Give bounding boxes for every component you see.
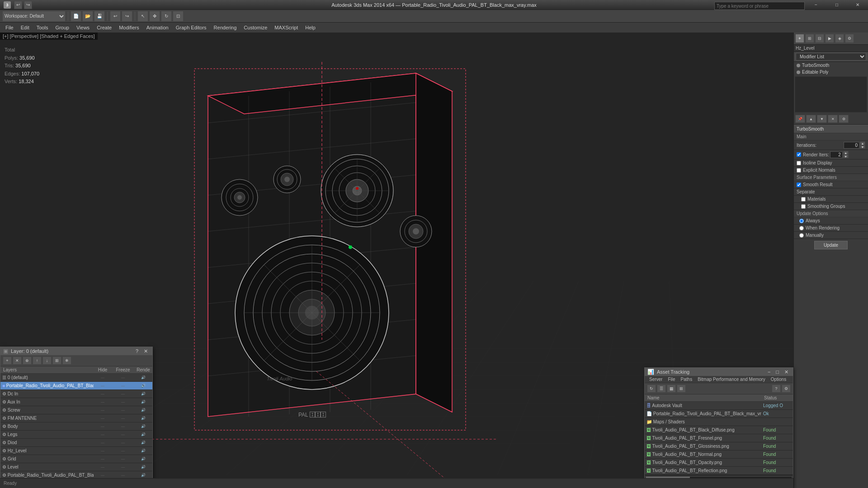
layers-delete-btn[interactable]: ✕ bbox=[13, 357, 22, 365]
move-btn[interactable]: ✥ bbox=[149, 11, 160, 22]
iterations-spinner[interactable]: ▲ ▼ bbox=[860, 141, 865, 149]
asset-row-reflection[interactable]: 🖼 Tivoli_Audio_PAL_BT_Reflection.png Fou… bbox=[645, 467, 793, 475]
asset-row-normal[interactable]: 🖼 Tivoli_Audio_PAL_BT_Normal.png Found bbox=[645, 450, 793, 459]
asset-row-fresnel[interactable]: 🖼 Tivoli_Audio_PAL_BT_Fresnel.png Found bbox=[645, 434, 793, 442]
search-input[interactable] bbox=[717, 4, 802, 9]
iterations-up[interactable]: ▲ bbox=[860, 141, 865, 145]
modifier-turbosmooth[interactable]: TurboSmooth bbox=[794, 62, 868, 69]
asset-help-btn[interactable]: ? bbox=[772, 385, 781, 393]
asset-row-opacity[interactable]: 🖼 Tivoli_Audio_PAL_BT_Opacity.png Found bbox=[645, 459, 793, 467]
panel-pin-btn[interactable]: 📌 bbox=[795, 115, 805, 123]
asset-row-maps[interactable]: 📁 Maps / Shaders bbox=[645, 418, 793, 426]
asset-refresh-btn[interactable]: ↻ bbox=[647, 385, 656, 393]
layer-row-body[interactable]: ⚙ Body — — 🔊 bbox=[0, 422, 152, 431]
asset-menu-options[interactable]: Options bbox=[768, 376, 789, 382]
panel-config-btn[interactable]: ⚙ bbox=[839, 115, 849, 123]
update-btn[interactable]: Update bbox=[814, 241, 848, 249]
asset-grid-btn[interactable]: ⊞ bbox=[677, 385, 686, 393]
smoothing-groups-check[interactable] bbox=[801, 204, 806, 209]
render-iters-input[interactable] bbox=[830, 151, 843, 158]
always-radio[interactable] bbox=[799, 219, 804, 223]
menu-help[interactable]: Help bbox=[302, 24, 319, 31]
asset-row-diffuse[interactable]: 🖼 Tivoli_Audio_PAL_BT_Black_Diffuse.png … bbox=[645, 426, 793, 434]
asset-row-glossiness[interactable]: 🖼 Tivoli_Audio_PAL_BT_Glossiness.png Fou… bbox=[645, 442, 793, 450]
layer-row-screw[interactable]: ⚙ Screw — — 🔊 bbox=[0, 406, 152, 414]
panel-utilities-icon[interactable]: ⚙ bbox=[845, 34, 854, 43]
asset-menu-file[interactable]: File bbox=[665, 376, 678, 382]
scale-btn[interactable]: ⊡ bbox=[173, 11, 184, 22]
render-iters-spinner[interactable]: ▲ ▼ bbox=[843, 151, 849, 158]
panel-move-up-btn[interactable]: ▲ bbox=[806, 115, 816, 123]
when-rendering-radio[interactable] bbox=[799, 226, 804, 230]
panel-remove-btn[interactable]: ✕ bbox=[828, 115, 838, 123]
minimize-btn[interactable]: − bbox=[806, 0, 826, 10]
layer-row-portable-radio[interactable]: ■ Portable_Radio_Tivoli_Audio_PAL_BT_Bla… bbox=[0, 382, 152, 390]
panel-create-icon[interactable]: ✦ bbox=[795, 34, 804, 43]
layers-add-btn[interactable]: ⊕ bbox=[23, 357, 32, 365]
menu-customize[interactable]: Customize bbox=[240, 24, 271, 31]
redo-btn[interactable]: ↪ bbox=[24, 1, 32, 9]
select-btn[interactable]: ↖ bbox=[137, 11, 148, 22]
menu-animation[interactable]: Animation bbox=[143, 24, 172, 31]
layer-row-legs[interactable]: ⚙ Legs — — 🔊 bbox=[0, 431, 152, 439]
iterations-input[interactable] bbox=[844, 142, 859, 149]
menu-rendering[interactable]: Rendering bbox=[210, 24, 241, 31]
layers-new-btn[interactable]: + bbox=[3, 357, 12, 365]
layers-merge-btn[interactable]: ⊞ bbox=[52, 357, 61, 365]
layer-row-hzlevel[interactable]: ⚙ Hz_Level — — 🔊 bbox=[0, 447, 152, 455]
layer-row-diod[interactable]: ⚙ Diod — — 🔊 bbox=[0, 439, 152, 447]
menu-group[interactable]: Group bbox=[52, 24, 73, 31]
layers-down-btn[interactable]: ↓ bbox=[42, 357, 52, 365]
new-btn[interactable]: 📄 bbox=[71, 11, 81, 22]
materials-check[interactable] bbox=[801, 197, 806, 202]
asset-detail-btn[interactable]: ▦ bbox=[667, 385, 676, 393]
asset-list-btn[interactable]: ☰ bbox=[657, 385, 666, 393]
panel-modify-icon[interactable]: ⊞ bbox=[805, 34, 814, 43]
redo-main-btn[interactable]: ↪ bbox=[122, 11, 132, 22]
asset-maximize-btn[interactable]: □ bbox=[774, 369, 781, 375]
asset-close-btn[interactable]: ✕ bbox=[783, 369, 790, 375]
modifier-list-dropdown[interactable]: Modifier List bbox=[796, 53, 866, 61]
panel-hierarchy-icon[interactable]: ⊟ bbox=[815, 34, 824, 43]
layers-close-btn[interactable]: ✕ bbox=[142, 348, 150, 354]
menu-tools[interactable]: Tools bbox=[33, 24, 52, 31]
asset-row-file[interactable]: 📄 Portable_Radio_Tivoli_Audio_PAL_BT_Bla… bbox=[645, 410, 793, 418]
layer-row-auxin[interactable]: ⚙ Aux In — — 🔊 bbox=[0, 398, 152, 406]
modifier-editable-poly[interactable]: Editable Poly bbox=[794, 69, 868, 75]
undo-btn[interactable]: ↩ bbox=[14, 1, 22, 9]
menu-graph-editors[interactable]: Graph Editors bbox=[172, 24, 210, 31]
menu-create[interactable]: Create bbox=[93, 24, 115, 31]
asset-row-vault[interactable]: 🗄 Autodesk Vault Logged O bbox=[645, 402, 793, 410]
asset-menu-server[interactable]: Server bbox=[646, 376, 665, 382]
asset-menu-bitmap[interactable]: Bitmap Performance and Memory bbox=[695, 376, 768, 382]
maximize-btn[interactable]: □ bbox=[826, 0, 847, 10]
layer-row-default[interactable]: ☰ 0 (default) — — 🔊 bbox=[0, 374, 152, 382]
layer-row-grid[interactable]: ⚙ Grid — — 🔊 bbox=[0, 455, 152, 463]
layer-row-fmantenne[interactable]: ⚙ FM ANTENNE — — 🔊 bbox=[0, 414, 152, 422]
close-btn[interactable]: ✕ bbox=[847, 0, 868, 10]
open-btn[interactable]: 📂 bbox=[82, 11, 93, 22]
menu-modifiers[interactable]: Modifiers bbox=[115, 24, 143, 31]
asset-minimize-btn[interactable]: − bbox=[766, 369, 772, 375]
asset-config-btn[interactable]: ⚙ bbox=[782, 385, 791, 393]
workspace-dropdown[interactable]: Workspace: Default bbox=[2, 11, 66, 22]
menu-file[interactable]: File bbox=[2, 24, 17, 31]
save-btn[interactable]: 💾 bbox=[94, 11, 105, 22]
render-iters-check[interactable] bbox=[797, 152, 801, 157]
smooth-result-check[interactable] bbox=[797, 183, 801, 187]
menu-maxscript[interactable]: MAXScript bbox=[271, 24, 302, 31]
isoline-check[interactable] bbox=[797, 161, 801, 165]
menu-edit[interactable]: Edit bbox=[17, 24, 33, 31]
panel-motion-icon[interactable]: ▶ bbox=[825, 34, 834, 43]
panel-move-down-btn[interactable]: ▼ bbox=[817, 115, 827, 123]
render-iters-up[interactable]: ▲ bbox=[843, 151, 849, 155]
undo-main-btn[interactable]: ↩ bbox=[110, 11, 121, 22]
rotate-btn[interactable]: ↻ bbox=[161, 11, 172, 22]
layers-select-btn[interactable]: ↑ bbox=[33, 357, 42, 365]
layer-row-level[interactable]: ⚙ Level — — 🔊 bbox=[0, 463, 152, 471]
panel-display-icon[interactable]: ◈ bbox=[835, 34, 844, 43]
manually-radio[interactable] bbox=[799, 233, 804, 238]
asset-menu-paths[interactable]: Paths bbox=[678, 376, 695, 382]
layers-freeze-btn[interactable]: ❄ bbox=[62, 357, 71, 365]
menu-views[interactable]: Views bbox=[73, 24, 93, 31]
